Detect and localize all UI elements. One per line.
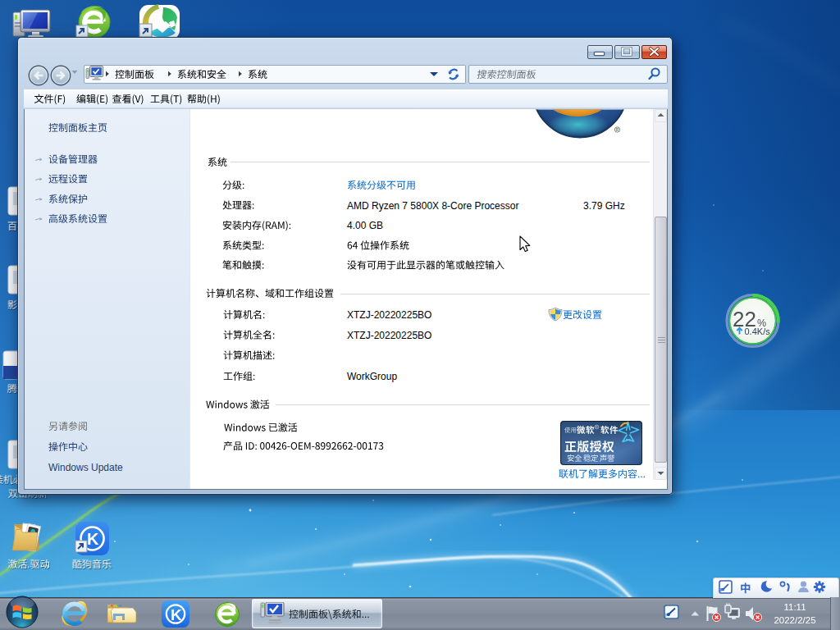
svg-text:22: 22: [733, 307, 756, 331]
svg-text:K: K: [87, 530, 99, 548]
svg-text:%: %: [757, 317, 766, 329]
svg-text:K: K: [171, 606, 182, 623]
svg-text:0.4K/s: 0.4K/s: [745, 326, 771, 336]
